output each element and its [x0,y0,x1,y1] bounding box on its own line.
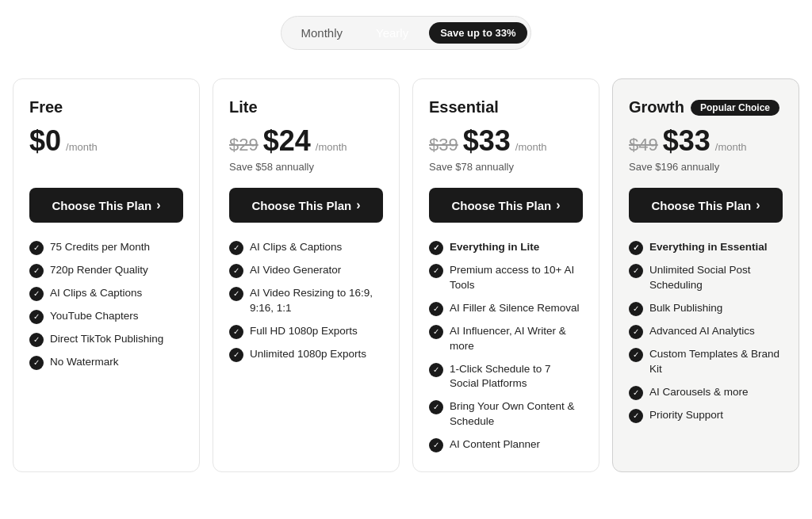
plan-savings-lite: Save $58 annually [229,161,383,175]
plan-name-free: Free [29,98,63,116]
check-icon: ✓ [229,264,243,278]
feature-text: YouTube Chapters [50,309,139,324]
feature-item: ✓ Direct TikTok Publishing [29,332,183,347]
feature-text: Unlimited Social Post Scheduling [649,263,783,293]
feature-item: ✓ Bring Your Own Content & Schedule [429,399,583,429]
feature-item: ✓ Premium access to 10+ AI Tools [429,263,583,293]
feature-item: ✓ AI Video Generator [229,263,383,278]
feature-text: AI Video Resizing to 16:9, 9:16, 1:1 [250,286,383,316]
btn-label-growth: Choose This Plan [651,199,751,212]
feature-item: ✓ 1-Click Schedule to 7 Social Platforms [429,362,583,392]
feature-text: Direct TikTok Publishing [50,332,163,347]
plan-savings-growth: Save $196 annually [629,161,783,175]
features-list-growth: ✓ Everything in Essential ✓ Unlimited So… [629,240,783,423]
feature-text: AI Content Planner [450,437,540,452]
btn-arrow-growth: › [756,198,760,212]
check-icon: ✓ [629,302,643,316]
feature-item: ✓ Advanced AI Analytics [629,324,783,339]
feature-text: 75 Credits per Month [50,240,150,255]
check-icon: ✓ [629,409,643,423]
feature-text: AI Carousels & more [649,385,749,400]
yearly-wrapper: Yearly Save up to 33% [360,20,527,46]
feature-item: ✓ AI Filler & Silence Removal [429,301,583,316]
choose-plan-btn-lite[interactable]: Choose This Plan › [229,188,383,223]
check-icon: ✓ [229,287,243,301]
feature-item: ✓ 75 Credits per Month [29,240,183,255]
feature-text: AI Influencer, AI Writer & more [450,324,583,354]
check-icon: ✓ [429,438,443,452]
plan-name-growth: Growth [629,98,684,116]
plans-grid: Free$0 /month Choose This Plan › ✓ 75 Cr… [13,78,799,472]
check-icon: ✓ [629,325,643,339]
plan-card-essential: Essential$39 $33 /monthSave $78 annually… [412,78,599,472]
feature-item: ✓ AI Carousels & more [629,385,783,400]
feature-text: AI Clips & Captions [50,286,142,301]
plan-card-lite: Lite$29 $24 /monthSave $58 annually Choo… [213,78,400,472]
choose-plan-btn-essential[interactable]: Choose This Plan › [429,188,583,223]
check-icon: ✓ [629,241,643,255]
price-original-growth: $49 [629,135,658,155]
check-icon: ✓ [429,264,443,278]
feature-item: ✓ Unlimited Social Post Scheduling [629,263,783,293]
plan-header-essential: Essential [429,98,583,116]
choose-plan-btn-growth[interactable]: Choose This Plan › [629,188,783,223]
yearly-toggle[interactable]: Yearly [360,20,424,46]
feature-item: ✓ AI Content Planner [429,437,583,452]
feature-item: ✓ Full HD 1080p Exports [229,324,383,339]
check-icon: ✓ [229,348,243,362]
feature-item: ✓ AI Video Resizing to 16:9, 9:16, 1:1 [229,286,383,316]
price-current-growth: $33 [663,124,710,158]
features-list-essential: ✓ Everything in Lite ✓ Premium access to… [429,240,583,452]
feature-text: AI Filler & Silence Removal [450,301,580,316]
check-icon: ✓ [29,356,44,370]
btn-label-lite: Choose This Plan [251,199,351,212]
plan-price-lite: $29 $24 /month [229,124,383,158]
plan-price-essential: $39 $33 /month [429,124,583,158]
save-badge: Save up to 33% [429,22,527,44]
check-icon: ✓ [29,333,44,347]
feature-text: Bulk Publishing [649,301,722,316]
feature-text: Bring Your Own Content & Schedule [450,399,583,429]
check-icon: ✓ [29,310,44,324]
check-icon: ✓ [629,348,643,362]
feature-text: AI Clips & Captions [250,240,342,255]
price-original-essential: $39 [429,135,458,155]
feature-text: Custom Templates & Brand Kit [649,347,783,377]
check-icon: ✓ [429,325,443,339]
feature-text: Everything in Lite [450,240,539,255]
price-original-lite: $29 [229,135,259,155]
price-period-free: /month [66,141,98,153]
price-current-essential: $33 [463,124,511,158]
btn-arrow-lite: › [356,198,360,212]
feature-item: ✓ Everything in Essential [629,240,783,255]
plan-card-growth: GrowthPopular Choice$49 $33 /monthSave $… [612,78,799,472]
feature-text: No Watermark [50,355,119,370]
monthly-toggle[interactable]: Monthly [285,20,358,46]
feature-text: Premium access to 10+ AI Tools [450,263,583,293]
features-list-free: ✓ 75 Credits per Month ✓ 720p Render Qua… [29,240,183,370]
price-free-free: $0 [29,124,61,158]
feature-item: ✓ No Watermark [29,355,183,370]
plan-header-free: Free [29,98,183,116]
feature-text: Advanced AI Analytics [649,324,755,339]
btn-label-free: Choose This Plan [52,199,151,212]
feature-item: ✓ 720p Render Quality [29,263,183,278]
plan-header-growth: GrowthPopular Choice [629,98,783,116]
feature-item: ✓ Unlimited 1080p Exports [229,347,383,362]
check-icon: ✓ [429,241,443,255]
price-period-lite: /month [316,141,347,153]
feature-item: ✓ AI Influencer, AI Writer & more [429,324,583,354]
feature-item: ✓ AI Clips & Captions [229,240,383,255]
feature-text: Priority Support [649,408,723,423]
check-icon: ✓ [229,325,243,339]
feature-text: 720p Render Quality [50,263,148,278]
plan-price-growth: $49 $33 /month [629,124,783,158]
feature-text: Unlimited 1080p Exports [250,347,366,362]
check-icon: ✓ [29,264,44,278]
feature-item: ✓ AI Clips & Captions [29,286,183,301]
choose-plan-btn-free[interactable]: Choose This Plan › [29,188,183,223]
btn-arrow-free: › [156,198,160,212]
billing-toggle: Monthly Yearly Save up to 33% [281,16,530,50]
price-period-growth: /month [715,141,747,153]
plan-name-essential: Essential [429,98,499,116]
